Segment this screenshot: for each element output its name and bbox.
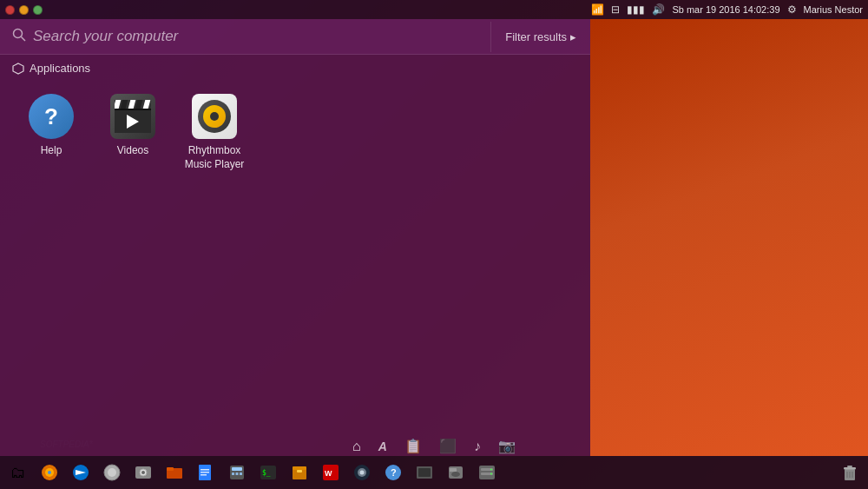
- rhythmbox-app-icon: [192, 94, 237, 139]
- taskbar-item-terminal[interactable]: $_: [253, 458, 283, 487]
- help-app-icon: ?: [29, 94, 74, 139]
- filter-results-label: Filter results: [505, 30, 567, 43]
- maximize-button[interactable]: [33, 5, 43, 15]
- svg-point-0: [14, 30, 23, 38]
- app-item-help[interactable]: ? Help: [12, 87, 90, 178]
- datetime-label: Sb mar 19 2016 14:02:39: [672, 4, 779, 15]
- panel-left: [5, 5, 43, 15]
- applications-label: Applications: [30, 62, 90, 75]
- shortcut-files[interactable]: 📋: [404, 438, 422, 454]
- shortcut-photos[interactable]: 📷: [498, 438, 516, 454]
- dash-panel: Filter results ▸ Applications ? Help: [0, 19, 590, 456]
- taskbar-item-archive[interactable]: [285, 458, 314, 487]
- desktop-background-right: [590, 19, 868, 456]
- volume-icon: 🔊: [652, 3, 665, 16]
- help-app-label: Help: [41, 144, 62, 158]
- svg-point-43: [490, 469, 492, 471]
- shortcuts-bar: ⌂ A 📋 ⬛ ♪ 📷: [352, 438, 516, 454]
- taskbar-item-wps[interactable]: W: [316, 458, 345, 487]
- taskbar-item-disk[interactable]: [441, 458, 470, 487]
- videos-app-icon: [110, 94, 155, 139]
- close-button[interactable]: [5, 5, 15, 15]
- battery-icon: ▮▮▮: [627, 3, 645, 16]
- svg-rect-39: [450, 468, 457, 472]
- wifi-icon: 📶: [591, 3, 604, 16]
- shortcut-music[interactable]: ♪: [474, 439, 481, 454]
- search-input[interactable]: [33, 28, 478, 45]
- svg-rect-20: [232, 472, 234, 475]
- app-item-rhythmbox[interactable]: Rhythmbox Music Player: [175, 87, 253, 178]
- username-label: Marius Nestor: [804, 4, 863, 15]
- svg-point-32: [360, 471, 365, 475]
- taskbar-item-app14[interactable]: [410, 458, 439, 487]
- svg-text:$_: $_: [262, 469, 271, 477]
- svg-rect-22: [240, 472, 242, 475]
- taskbar-trash-icon[interactable]: [835, 458, 865, 487]
- panel-right: 📶 ⊟ ▮▮▮ 🔊 Sb mar 19 2016 14:02:39 ⚙ Mari…: [591, 3, 863, 16]
- shortcut-home[interactable]: ⌂: [352, 439, 361, 454]
- minimize-button[interactable]: [19, 5, 29, 15]
- filter-arrow-icon: ▸: [570, 30, 576, 43]
- rhythmbox-app-label: Rhythmbox Music Player: [180, 144, 249, 171]
- taskbar-item-libreoffice[interactable]: [191, 458, 220, 487]
- svg-rect-27: [297, 470, 302, 472]
- taskbar-item-thunderbird[interactable]: [66, 458, 95, 487]
- svg-rect-19: [232, 467, 242, 471]
- applications-icon: [12, 63, 24, 75]
- app-item-videos[interactable]: Videos: [94, 87, 172, 178]
- taskbar-item-firefox[interactable]: [35, 458, 64, 487]
- svg-rect-36: [418, 468, 431, 477]
- top-panel: 📶 ⊟ ▮▮▮ 🔊 Sb mar 19 2016 14:02:39 ⚙ Mari…: [0, 0, 868, 19]
- svg-rect-13: [167, 467, 174, 471]
- shortcut-apps[interactable]: A: [378, 439, 387, 453]
- svg-rect-15: [201, 469, 209, 471]
- svg-rect-26: [293, 466, 306, 470]
- taskbar-item-help[interactable]: ?: [378, 458, 408, 487]
- svg-rect-46: [844, 467, 856, 470]
- desktop: 📶 ⊟ ▮▮▮ 🔊 Sb mar 19 2016 14:02:39 ⚙ Mari…: [0, 0, 868, 489]
- applications-section-header: Applications: [0, 55, 590, 80]
- svg-text:W: W: [325, 469, 332, 478]
- taskbar-item-files2[interactable]: [160, 458, 189, 487]
- svg-point-11: [141, 471, 145, 474]
- taskbar: 🗂: [0, 456, 868, 489]
- network-icon: ⊟: [611, 3, 620, 16]
- window-controls: [5, 5, 43, 15]
- taskbar-item-app4[interactable]: [97, 458, 127, 487]
- svg-text:?: ?: [391, 467, 397, 478]
- videos-app-label: Videos: [117, 144, 148, 158]
- search-bar: Filter results ▸: [0, 19, 590, 55]
- taskbar-item-steam[interactable]: [347, 458, 377, 487]
- settings-icon[interactable]: ⚙: [787, 3, 797, 16]
- svg-rect-17: [201, 474, 207, 476]
- taskbar-item-nas[interactable]: [472, 458, 502, 487]
- taskbar-item-files[interactable]: 🗂: [3, 458, 33, 487]
- search-input-wrapper: [0, 19, 490, 54]
- search-icon: [12, 28, 26, 45]
- svg-point-38: [451, 472, 460, 477]
- filter-results-button[interactable]: Filter results ▸: [490, 22, 590, 52]
- taskbar-item-shotwell[interactable]: [128, 458, 158, 487]
- svg-line-1: [22, 37, 26, 42]
- svg-rect-16: [201, 472, 209, 473]
- shortcut-video[interactable]: ⬛: [439, 438, 457, 454]
- svg-point-4: [48, 471, 51, 474]
- svg-point-44: [490, 473, 492, 475]
- taskbar-item-calc[interactable]: [222, 458, 252, 487]
- svg-point-8: [108, 468, 116, 477]
- svg-rect-47: [847, 466, 852, 467]
- svg-rect-21: [236, 472, 239, 475]
- apps-grid: ? Help: [0, 80, 590, 185]
